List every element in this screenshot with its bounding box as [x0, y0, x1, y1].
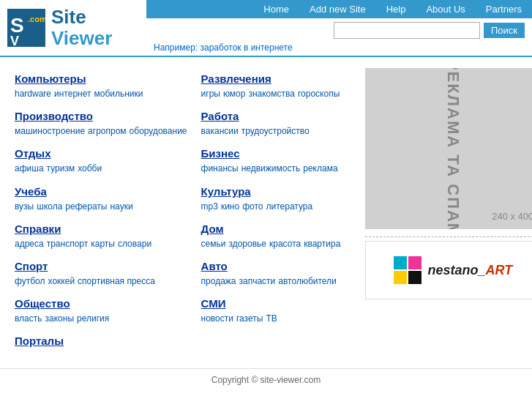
- cat-link[interactable]: игры: [201, 89, 220, 99]
- cat-link[interactable]: юмор: [223, 89, 245, 99]
- cat-link[interactable]: машиностроение: [15, 126, 85, 136]
- cat-title[interactable]: Справки: [15, 223, 190, 235]
- cat-link[interactable]: ТВ: [266, 313, 277, 324]
- cat-cell: Культураmp3кинофотолитература: [198, 181, 351, 218]
- main-content: КомпьютерыhardwareинтернетмобильникиРазв…: [0, 57, 532, 365]
- portals-row: Порталы: [11, 330, 351, 354]
- ad-divider: [365, 236, 532, 237]
- cmyk-magenta: [408, 256, 422, 269]
- categories-section: КомпьютерыhardwareинтернетмобильникиРазв…: [0, 64, 361, 357]
- search-input[interactable]: [334, 22, 480, 39]
- cmyk-yellow: [394, 271, 407, 284]
- cat-title[interactable]: Авто: [201, 260, 344, 272]
- nav-bar: Home Add new Site Help About Us Partners: [146, 0, 532, 18]
- cat-link[interactable]: науки: [110, 201, 132, 212]
- example-value[interactable]: заработок в интернете: [201, 42, 293, 53]
- cat-link[interactable]: mp3: [201, 201, 218, 212]
- cat-title[interactable]: Спорт: [15, 260, 190, 272]
- cat-link[interactable]: мобильники: [94, 89, 143, 99]
- cat-link[interactable]: футбол: [15, 276, 45, 286]
- cat-link[interactable]: hardware: [15, 89, 51, 99]
- cat-link[interactable]: семьи: [201, 239, 226, 249]
- cat-link[interactable]: хобби: [78, 163, 102, 174]
- cat-link[interactable]: здоровье: [228, 239, 266, 249]
- cat-link[interactable]: финансы: [201, 163, 239, 174]
- cat-link[interactable]: спортивная пресса: [78, 276, 155, 286]
- cat-title[interactable]: Развлечения: [201, 72, 344, 85]
- cat-link[interactable]: автолюбители: [278, 276, 336, 286]
- cat-link[interactable]: словари: [118, 239, 151, 249]
- cat-links: mp3кинофотолитература: [201, 200, 344, 214]
- cat-link[interactable]: литература: [266, 201, 312, 212]
- cat-link[interactable]: фото: [242, 201, 263, 212]
- cat-link[interactable]: знакомства: [248, 89, 295, 99]
- cat-title[interactable]: Производство: [15, 110, 190, 122]
- cat-link[interactable]: туризм: [47, 163, 75, 174]
- cat-link[interactable]: транспорт: [47, 239, 89, 249]
- cat-cell: Справкиадресатранспорткартысловари: [11, 218, 198, 256]
- ad-banner-text: РЕКЛАМА ТА СПАМ: [443, 68, 462, 229]
- search-area: Поиск: [146, 18, 532, 42]
- cat-title[interactable]: Компьютеры: [15, 72, 190, 85]
- cat-link[interactable]: квартира: [304, 239, 340, 249]
- cat-links: семьиздоровьекрасотаквартира: [201, 237, 344, 251]
- cat-cell: Компьютерыhardwareинтернетмобильники: [11, 68, 198, 105]
- cat-links: властьзаконырелигия: [15, 312, 190, 326]
- cat-link[interactable]: вакансии: [201, 126, 239, 136]
- cat-link[interactable]: афиша: [15, 163, 44, 174]
- cat-link[interactable]: адреса: [15, 239, 44, 249]
- cat-cell: СМИновостигазетыТВ: [198, 293, 351, 330]
- example-label: Например:: [154, 42, 198, 53]
- cat-title[interactable]: СМИ: [201, 297, 344, 310]
- cat-link[interactable]: оборудование: [130, 126, 187, 136]
- cat-title[interactable]: Бизнес: [201, 147, 344, 160]
- cat-link[interactable]: школа: [37, 201, 62, 212]
- cat-title[interactable]: Учеба: [15, 185, 190, 198]
- nav-partners[interactable]: Partners: [476, 0, 532, 18]
- cat-cell: Бизнесфинансынедвижимостьреклама: [198, 143, 351, 180]
- cat-link[interactable]: законы: [45, 313, 75, 324]
- cmyk-black: [408, 271, 422, 284]
- nav-add-site[interactable]: Add new Site: [299, 0, 376, 18]
- footer: Copyright © site-viewer.com: [0, 368, 532, 391]
- cat-link[interactable]: агропром: [88, 126, 127, 136]
- ad-logo: nestano_ART: [365, 241, 532, 299]
- cat-cell: Автопродажазапчастиавтолюбители: [198, 256, 351, 293]
- cat-link[interactable]: трудоустройство: [241, 126, 310, 136]
- cat-link[interactable]: запчасти: [239, 276, 276, 286]
- cat-cell: Развлеченияигрыюморзнакомствагороскопы: [198, 68, 351, 105]
- cat-title[interactable]: Отдых: [15, 147, 190, 160]
- cat-title[interactable]: Культура: [201, 185, 344, 198]
- cat-link[interactable]: власть: [15, 313, 42, 324]
- cat-title[interactable]: Общество: [15, 297, 190, 310]
- nav-about-us[interactable]: About Us: [416, 0, 475, 18]
- cat-link[interactable]: газеты: [236, 313, 263, 324]
- cat-link[interactable]: интернет: [54, 89, 91, 99]
- cat-link[interactable]: кино: [221, 201, 239, 212]
- portals-title[interactable]: Порталы: [15, 335, 347, 347]
- logo-icon: S V .com: [7, 9, 45, 47]
- cat-link[interactable]: карты: [91, 239, 115, 249]
- cat-link[interactable]: новости: [201, 313, 233, 324]
- cat-link[interactable]: недвижимость: [241, 163, 301, 174]
- nav-help[interactable]: Help: [376, 0, 416, 18]
- cat-link[interactable]: гороскопы: [298, 89, 340, 99]
- cat-link[interactable]: хоккей: [48, 276, 75, 286]
- cat-title[interactable]: Работа: [201, 110, 344, 122]
- nav-home[interactable]: Home: [253, 0, 299, 18]
- cat-title[interactable]: Дом: [201, 223, 344, 235]
- svg-text:V: V: [10, 34, 19, 47]
- cat-link[interactable]: продажа: [201, 276, 236, 286]
- cat-link[interactable]: вузы: [15, 201, 34, 212]
- nestano-text: nestano_ART: [427, 263, 512, 278]
- cat-link[interactable]: красота: [269, 239, 301, 249]
- nestano-cmyk: [394, 256, 422, 284]
- cat-cell: Спортфутболхоккейспортивная пресса: [11, 256, 198, 293]
- cat-link[interactable]: реклама: [303, 163, 337, 174]
- sidebar: РЕКЛАМА ТА СПАМ 240 x 400 nestano_ART: [361, 64, 532, 357]
- nav-search-area: Home Add new Site Help About Us Partners…: [146, 0, 532, 56]
- cat-links: вузышколарефератынауки: [15, 200, 190, 214]
- search-button[interactable]: Поиск: [484, 23, 525, 38]
- cat-link[interactable]: религия: [77, 313, 109, 324]
- cat-link[interactable]: рефераты: [65, 201, 107, 212]
